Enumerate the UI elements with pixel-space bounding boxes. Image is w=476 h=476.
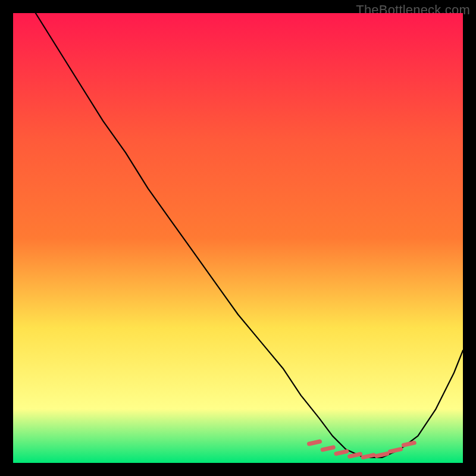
marker-dash <box>350 454 361 456</box>
marker-dash <box>377 453 387 456</box>
marker-dash <box>309 441 320 444</box>
gradient-background <box>13 13 463 463</box>
marker-dash <box>336 452 347 454</box>
marker-dash <box>322 447 333 450</box>
bottleneck-chart <box>13 13 463 463</box>
marker-dash <box>403 443 414 445</box>
marker-dash <box>363 455 374 458</box>
chart-frame: TheBottleneck.com <box>0 0 476 476</box>
marker-dash <box>390 449 401 452</box>
